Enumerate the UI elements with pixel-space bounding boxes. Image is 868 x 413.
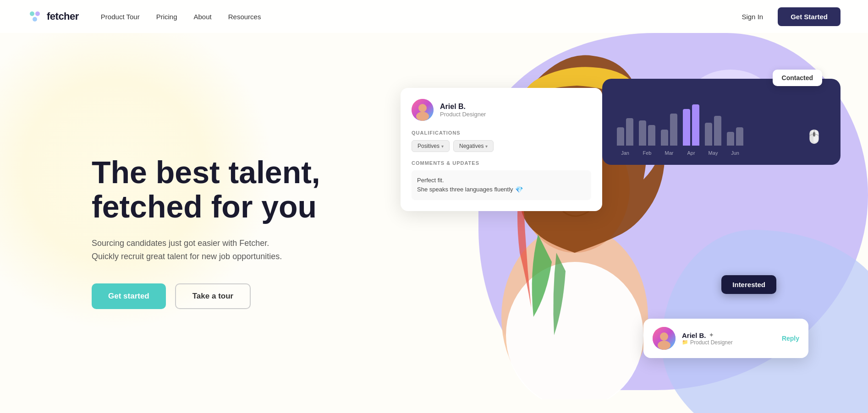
candidate-info: Ariel B. Product Designer [440,103,486,118]
nav-pricing[interactable]: Pricing [156,13,177,21]
bar-label-may: May [709,150,718,156]
svg-point-0 [30,11,34,16]
qualifications-label: QUALIFICATIONS [412,130,591,136]
nav-get-started-button[interactable]: Get Started [778,7,841,26]
mini-name: Ariel B. ✦ [682,331,733,339]
chevron-down-icon: ▾ [485,144,488,149]
comment-line1: Perfect fit. [417,176,586,185]
bar-left [617,127,624,146]
hero-title-line2: fetched for you [92,190,320,224]
hero-visual: Ariel B. Product Designer QUALIFICATIONS… [364,33,868,413]
fetcher-logo-icon [27,9,42,24]
briefcase-icon: 📁 [682,339,688,345]
hero-buttons: Get started Take a tour [92,283,320,309]
avatar-image [412,99,434,121]
mini-role: 📁 Product Designer [682,339,733,346]
hero-section: The best talent, fetched for you Sourcin… [0,33,868,413]
sparkle-icon: ✦ [709,332,714,338]
bar-pair [661,114,677,146]
take-tour-button[interactable]: Take a tour [175,283,251,309]
candidate-header: Ariel B. Product Designer [412,99,591,121]
navigation: fetcher Product Tour Pricing About Resou… [0,0,868,33]
tag-negatives[interactable]: Negatives ▾ [453,140,494,152]
cursor-icon: 🖱️ [806,129,822,144]
bar-label-jun: Jun [731,150,739,156]
nav-about[interactable]: About [194,13,212,21]
mini-profile-info: Ariel B. ✦ 📁 Product Designer [682,331,733,346]
hero-content: The best talent, fetched for you Sourcin… [0,137,320,309]
nav-product-tour[interactable]: Product Tour [101,13,140,21]
svg-point-11 [416,112,429,121]
gem-icon: 💎 [515,185,523,195]
comment-line2: She speaks three languages fluently 💎 [417,185,586,195]
chevron-down-icon: ▾ [441,144,444,149]
comments-label: COMMENTS & UPDATES [412,160,591,166]
bar-left [661,130,668,146]
bar-right [736,127,743,146]
bar-label-apr: Apr [687,150,695,156]
bar-left [639,120,646,146]
chart-bar-mar: Mar [661,114,677,156]
hero-subtitle: Sourcing candidates just got easier with… [92,237,320,263]
svg-point-10 [418,104,427,112]
mini-avatar-image [653,327,676,350]
nav-resources[interactable]: Resources [228,13,261,21]
svg-point-13 [660,332,668,341]
chart-bar-feb: Feb [639,120,655,156]
chart-bar-jan: Jan [617,118,633,156]
candidate-card: Ariel B. Product Designer QUALIFICATIONS… [401,88,602,211]
svg-point-1 [35,11,40,16]
mini-avatar [653,327,676,350]
bar-left [727,132,734,146]
bar-pair [639,120,655,146]
nav-left: fetcher Product Tour Pricing About Resou… [27,9,261,24]
mini-profile-card: Ariel B. ✦ 📁 Product Designer Reply [643,319,808,358]
bar-right [648,125,655,146]
sign-in-button[interactable]: Sign In [742,13,763,21]
nav-right: Sign In Get Started [742,7,841,26]
nav-links: Product Tour Pricing About Resources [101,13,261,21]
candidate-role: Product Designer [440,111,486,118]
svg-point-14 [658,341,670,350]
contacted-badge: Contacted [773,70,822,86]
logo[interactable]: fetcher [27,9,79,24]
bar-right [626,118,633,146]
svg-point-2 [33,17,37,22]
bar-pair [683,104,699,146]
qualification-tags: Positives ▾ Negatives ▾ [412,140,591,152]
bar-pair [727,127,743,146]
chart-bar-apr: Apr [683,104,699,156]
bar-right [714,116,721,146]
brand-name: fetcher [47,11,79,22]
bar-pair [617,118,633,146]
bar-left [705,123,712,146]
bar-left-highlight [683,109,690,146]
bar-chart: Jan Feb Mar [617,101,826,156]
chart-bar-jun: Jun [727,127,743,156]
candidate-name: Ariel B. [440,103,486,111]
bar-right [670,114,677,146]
bar-pair [705,116,721,146]
bar-label-jan: Jan [621,150,629,156]
reply-button[interactable]: Reply [782,335,799,342]
stats-card: Contacted Jan Feb [602,79,841,165]
bar-label-mar: Mar [665,150,674,156]
chart-bar-may: May [705,116,721,156]
interested-badge: Interested [721,275,776,294]
bar-right-highlight [692,104,699,146]
tag-positives[interactable]: Positives ▾ [412,140,450,152]
candidate-avatar [412,99,434,121]
get-started-button[interactable]: Get started [92,283,166,309]
hero-title-line1: The best talent, [92,155,320,190]
bar-label-feb: Feb [643,150,652,156]
hero-title: The best talent, fetched for you [92,155,320,224]
comments-box: Perfect fit. She speaks three languages … [412,170,591,200]
